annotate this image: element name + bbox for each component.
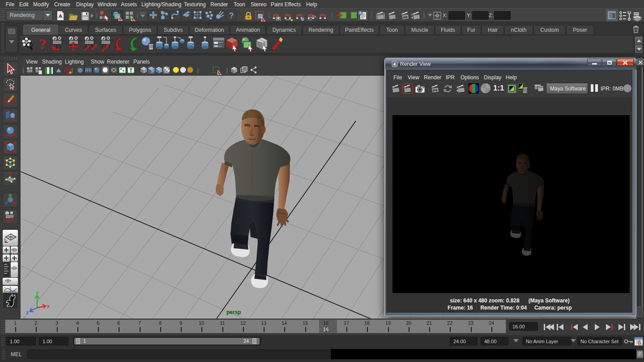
svg-text:?: ? xyxy=(229,11,234,20)
svg-text:?: ? xyxy=(39,36,47,52)
svg-text:x: x xyxy=(47,303,50,309)
svg-text:T: T xyxy=(129,68,132,73)
svg-text:z: z xyxy=(26,310,29,315)
svg-text:y: y xyxy=(36,290,39,295)
